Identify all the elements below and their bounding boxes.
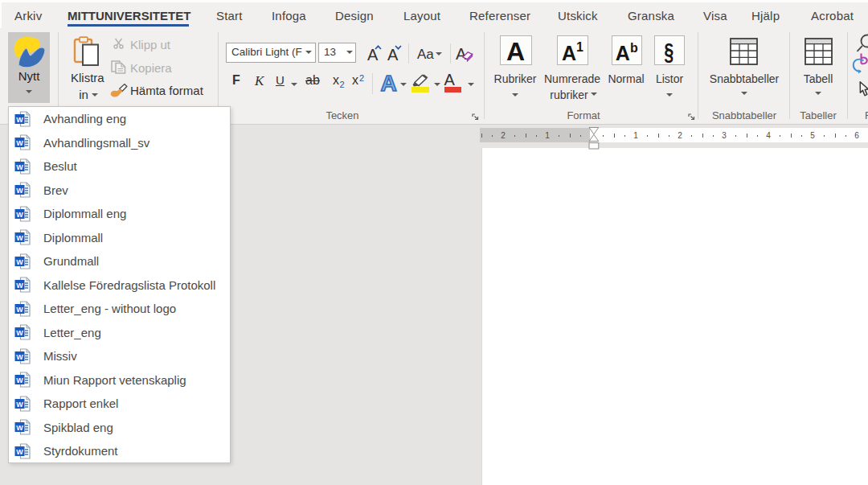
svg-text:W: W: [16, 376, 23, 384]
svg-text:W: W: [16, 162, 23, 171]
svg-text:W: W: [16, 400, 23, 408]
svg-text:W: W: [16, 257, 23, 265]
svg-text:W: W: [16, 447, 23, 455]
svg-text:W: W: [16, 329, 23, 337]
svg-text:W: W: [16, 424, 23, 432]
svg-text:W: W: [16, 115, 23, 123]
svg-text:W: W: [16, 305, 23, 313]
svg-text:W: W: [16, 234, 23, 242]
svg-text:W: W: [16, 210, 23, 218]
svg-text:W: W: [16, 282, 23, 290]
svg-text:W: W: [16, 352, 23, 360]
svg-text:W: W: [16, 139, 23, 147]
svg-text:W: W: [16, 187, 23, 195]
